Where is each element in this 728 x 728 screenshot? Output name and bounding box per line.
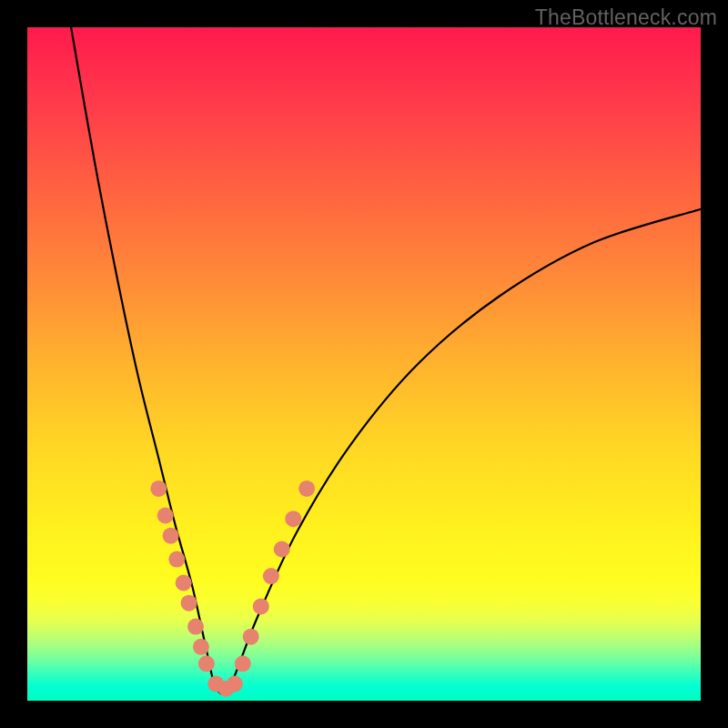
data-marker [298,480,315,497]
curve-group [71,27,701,694]
data-marker [274,541,290,558]
data-marker [263,568,279,584]
data-marker [285,511,301,527]
data-marker [150,480,167,497]
data-marker [168,551,185,568]
data-marker [253,598,269,614]
data-marker [157,508,174,524]
markers-group [150,480,315,697]
data-marker [187,619,204,635]
data-marker [227,676,243,693]
data-marker [163,528,179,544]
data-marker [181,595,197,612]
data-marker [198,655,215,672]
curve-path [71,27,701,694]
data-marker [176,575,192,592]
chart-area [27,27,701,701]
bottleneck-curve [27,27,701,701]
data-marker [235,655,251,672]
data-marker [243,629,259,645]
data-marker [193,639,209,655]
watermark-text: TheBottleneck.com [535,5,717,30]
